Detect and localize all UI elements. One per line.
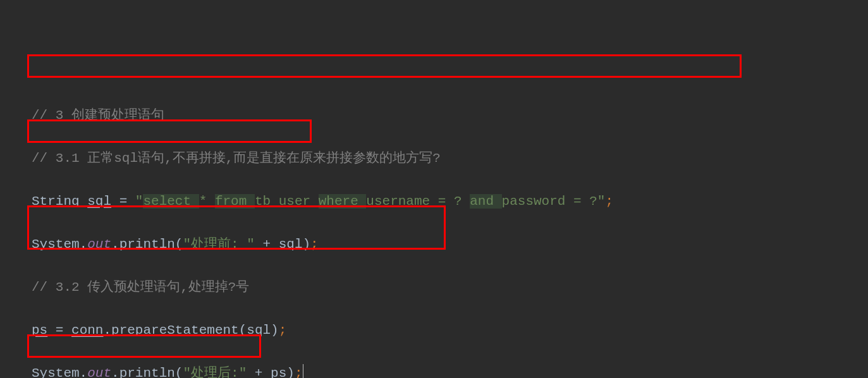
- code-line-comment: // 3.2 传入预处理语句,处理掉?号: [32, 277, 836, 298]
- var-sql: sql: [87, 194, 111, 209]
- system-call: System.: [32, 237, 87, 252]
- sql-star: *: [199, 194, 215, 209]
- comment-text: // 3 创建预处理语句: [32, 108, 164, 123]
- string-literal: "处理后:": [183, 366, 247, 378]
- sql-from: from: [215, 194, 255, 209]
- string-quote: ": [135, 194, 144, 209]
- code-line[interactable]: String sql = "select * from tb_user wher…: [32, 191, 836, 212]
- var-ps: ps: [32, 323, 47, 338]
- sql-col1: username = ?: [366, 194, 470, 209]
- method-call: .prepareStatement(sql): [103, 323, 278, 338]
- code-line-comment: // 3.1 正常sql语句,不再拼接,而是直接在原来拼接参数的地方写?: [32, 148, 836, 169]
- code-line[interactable]: System.out.println("处理后:" + ps);: [32, 363, 836, 378]
- println-call: .println(: [111, 366, 183, 378]
- comment-text: // 3.2 传入预处理语句,处理掉?号: [32, 280, 249, 295]
- comment-text: // 3.1 正常sql语句,不再拼接,而是直接在原来拼接参数的地方写?: [32, 151, 441, 166]
- plus-op: +: [247, 366, 271, 378]
- system-call: System.: [32, 366, 87, 378]
- string-literal: "处理前: ": [183, 237, 254, 252]
- text-cursor: [303, 364, 303, 378]
- highlight-box: [27, 54, 742, 78]
- semicolon: ;: [295, 366, 303, 378]
- semicolon: ;: [310, 237, 319, 252]
- code-line-comment: // 3 创建预处理语句: [32, 105, 836, 126]
- close-paren: ): [286, 366, 295, 378]
- equals: =: [47, 323, 71, 338]
- code-line[interactable]: ps = conn.prepareStatement(sql);: [32, 320, 836, 341]
- var-conn: conn: [71, 323, 103, 338]
- var-ps: ps: [271, 366, 286, 378]
- out-field: out: [87, 366, 111, 378]
- concat-expr: + sql): [255, 237, 310, 252]
- semicolon: ;: [605, 194, 613, 209]
- sql-table: tb_user: [255, 194, 319, 209]
- sql-select: select: [143, 194, 199, 209]
- type-keyword: String: [32, 194, 87, 209]
- sql-where: where: [319, 194, 367, 209]
- println-call: .println(: [111, 237, 183, 252]
- sql-and: and: [470, 194, 501, 209]
- semicolon: ;: [279, 323, 287, 338]
- string-quote: ": [597, 194, 606, 209]
- sql-col2: password = ?: [502, 194, 597, 209]
- equals: =: [111, 194, 135, 209]
- out-field: out: [87, 237, 111, 252]
- code-line[interactable]: System.out.println("处理前: " + sql);: [32, 234, 836, 255]
